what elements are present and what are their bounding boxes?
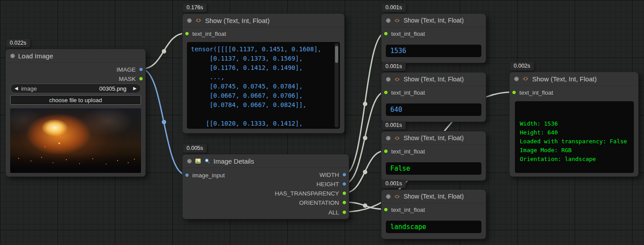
eye-icon <box>195 17 202 24</box>
eye-icon <box>394 17 400 24</box>
input-slot-text-int-float[interactable]: text_int_float <box>384 147 425 155</box>
input-port[interactable] <box>185 173 189 177</box>
collapse-dot[interactable] <box>386 194 391 199</box>
node-title: Show (Text, Int, Float) <box>404 17 464 24</box>
output-port-mask[interactable] <box>139 77 143 81</box>
collapse-dot[interactable] <box>386 18 391 23</box>
node-show-height[interactable]: 0.001s Show (Text, Int, Float) text_int_… <box>381 72 486 122</box>
input-port[interactable] <box>384 90 388 95</box>
node-load-image[interactable]: 0.022s Load Image IMAGE MASK ◀ image 003… <box>5 49 146 177</box>
input-slot-text-int-float[interactable]: text_int_float <box>384 88 425 96</box>
input-label: text_int_float <box>391 148 425 155</box>
collapse-dot[interactable] <box>386 77 391 82</box>
output-slot-has-transparency[interactable]: HAS_TRANSPARENCY <box>275 189 347 197</box>
value-text: 1536 <box>390 45 406 57</box>
output-slot-mask[interactable]: MASK <box>119 75 143 83</box>
node-title-bar[interactable]: Show (Text, Int, Float) <box>381 73 486 86</box>
value-text-widget[interactable]: landscape <box>386 221 481 233</box>
input-label: text_int_float <box>391 207 425 213</box>
node-show-orientation[interactable]: 0.001s Show (Text, Int, Float) text_int_… <box>381 189 486 239</box>
output-port-height[interactable] <box>342 182 347 186</box>
input-slot-image-input[interactable]: image_input <box>185 171 225 179</box>
eye-icon <box>522 75 529 82</box>
image-preview <box>10 108 141 173</box>
input-label: text_int_float <box>519 89 553 96</box>
scrollbar[interactable] <box>335 43 339 127</box>
input-port[interactable] <box>384 149 388 153</box>
wire-dot <box>363 203 367 208</box>
combo-next-icon[interactable]: ▶ <box>133 86 137 91</box>
node-title-bar[interactable]: Show (Text, Int, Float) <box>183 14 344 27</box>
node-title: Image Details <box>213 157 254 165</box>
node-title-bar[interactable]: Image Details <box>183 154 349 168</box>
output-slot-height[interactable]: HEIGHT <box>316 180 347 188</box>
value-text-widget[interactable]: 1536 <box>386 45 481 57</box>
node-image-details[interactable]: 0.005s Image Details image_input WIDTH H… <box>182 154 349 219</box>
picture-icon <box>195 158 201 164</box>
collapse-dot[interactable] <box>10 54 15 58</box>
node-show-transparency[interactable]: 0.001s Show (Text, Int, Float) text_int_… <box>381 131 486 181</box>
node-title: Load Image <box>18 52 53 60</box>
eye-icon <box>394 193 400 200</box>
node-title-bar[interactable]: Show (Text, Int, Float) <box>381 131 486 145</box>
collapse-dot[interactable] <box>187 159 192 164</box>
execution-time-badge: 0.005s <box>183 144 207 153</box>
output-port-width[interactable] <box>342 172 347 177</box>
output-slot-all[interactable]: ALL <box>328 208 347 216</box>
all-info-text: Width: 1536 Height: 640 Loaded with tran… <box>520 119 627 164</box>
output-port-all[interactable] <box>342 210 347 214</box>
collapse-dot[interactable] <box>386 136 391 141</box>
magnifier-icon <box>204 158 210 164</box>
output-port-image[interactable] <box>139 67 143 72</box>
execution-time-badge: 0.022s <box>6 39 30 47</box>
output-label: ORIENTATION <box>299 199 339 206</box>
scrollbar-thumb[interactable] <box>335 46 338 63</box>
input-slot-text-int-float[interactable]: text_int_float <box>384 206 425 214</box>
execution-time-badge: 0.176s <box>183 4 207 12</box>
input-slot-text-int-float[interactable]: text_int_float <box>512 88 553 96</box>
node-show-all[interactable]: 0.002s Show (Text, Int, Float) text_int_… <box>509 72 639 177</box>
input-slot-text-int-float[interactable]: text_int_float <box>384 30 425 38</box>
input-port[interactable] <box>512 90 516 95</box>
node-title-bar[interactable]: Load Image <box>6 49 145 63</box>
node-title-bar[interactable]: Show (Text, Int, Float) <box>381 14 486 27</box>
collapse-dot[interactable] <box>187 18 192 23</box>
output-label: WIDTH <box>320 172 339 178</box>
output-label: HAS_TRANSPARENCY <box>275 190 339 197</box>
node-show-tensor[interactable]: 0.176s Show (Text, Int, Float) text_int_… <box>182 13 345 134</box>
value-text: False <box>390 163 410 175</box>
execution-time-badge: 0.001s <box>382 4 406 12</box>
output-slot-image[interactable]: IMAGE <box>116 65 143 73</box>
output-port-orientation[interactable] <box>342 200 347 205</box>
value-text: 640 <box>390 104 402 116</box>
node-title: Show (Text, Int, Float) <box>532 75 597 83</box>
combo-prev-icon[interactable]: ◀ <box>15 86 18 91</box>
output-label: ALL <box>328 209 339 216</box>
wire-dot <box>363 102 367 106</box>
tensor-text-widget[interactable]: tensor([[[[0.1137, 0.1451, 0.1608], [0.1… <box>187 42 340 129</box>
output-port-has-transparency[interactable] <box>342 191 347 195</box>
output-slot-width[interactable]: WIDTH <box>320 171 347 179</box>
choose-file-button[interactable]: choose file to upload <box>10 95 141 105</box>
node-show-width[interactable]: 0.001s Show (Text, Int, Float) text_int_… <box>381 13 486 63</box>
input-port[interactable] <box>384 207 388 212</box>
input-slot-text-int-float[interactable]: text_int_float <box>185 30 226 38</box>
input-port[interactable] <box>185 31 189 36</box>
input-port[interactable] <box>384 31 388 36</box>
eye-icon <box>394 76 400 83</box>
eye-icon <box>394 135 400 142</box>
execution-time-badge: 0.001s <box>382 121 406 130</box>
wire-dot <box>363 136 367 140</box>
node-title-bar[interactable]: Show (Text, Int, Float) <box>510 72 638 86</box>
output-slot-orientation[interactable]: ORIENTATION <box>299 199 347 207</box>
wire-dot <box>162 49 166 54</box>
value-text-widget[interactable]: False <box>386 162 481 175</box>
collapse-dot[interactable] <box>514 77 519 81</box>
all-info-text-widget[interactable]: Width: 1536 Height: 640 Loaded with tran… <box>515 101 634 173</box>
value-text-widget[interactable]: 640 <box>386 103 481 116</box>
value-text: landscape <box>390 221 426 233</box>
image-file-combo[interactable]: ◀ image 00305.png ▶ <box>10 84 141 93</box>
node-title-bar[interactable]: Show (Text, Int, Float) <box>381 190 486 203</box>
wire-dot <box>363 170 367 174</box>
combo-value: 00305.png <box>99 85 126 92</box>
